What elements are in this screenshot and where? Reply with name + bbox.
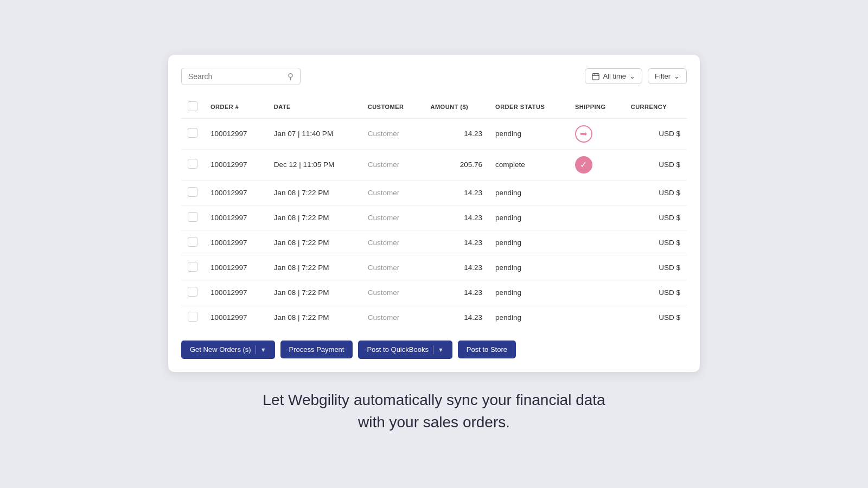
search-icon: ⚲ — [288, 72, 293, 81]
table-row: 100012997Jan 08 | 7:22 PMCustomer14.23pe… — [181, 230, 687, 255]
table-row: 100012997Jan 07 | 11:40 PMCustomer14.23p… — [181, 118, 687, 150]
table-row: 100012997Jan 08 | 7:22 PMCustomer14.23pe… — [181, 280, 687, 305]
row-currency: USD $ — [624, 230, 687, 255]
row-checkbox[interactable] — [188, 128, 197, 138]
row-amount: 14.23 — [424, 205, 489, 230]
get-new-orders-button[interactable]: Get New Orders (s) ▼ — [181, 341, 275, 359]
toolbar-right: All time ⌄ Filter ⌄ — [585, 68, 687, 84]
filter-chevron-icon: ⌄ — [674, 72, 680, 80]
row-date: Jan 08 | 7:22 PM — [267, 205, 361, 230]
row-checkbox[interactable] — [188, 262, 197, 272]
svg-rect-0 — [592, 74, 599, 80]
get-new-orders-dropdown-icon: ▼ — [260, 346, 266, 353]
row-checkbox-cell — [181, 149, 204, 180]
row-order-status: pending — [489, 118, 569, 150]
process-payment-button[interactable]: Process Payment — [280, 341, 353, 358]
row-shipping — [569, 305, 624, 330]
row-shipping: ✓ — [569, 149, 624, 180]
get-new-orders-label: Get New Orders (s) — [190, 345, 251, 354]
table-row: 100012997Jan 08 | 7:22 PMCustomer14.23pe… — [181, 255, 687, 280]
filter-button[interactable]: Filter ⌄ — [648, 68, 687, 84]
search-input[interactable] — [188, 72, 284, 81]
divider — [256, 345, 256, 354]
row-checkbox-cell — [181, 280, 204, 305]
row-checkbox[interactable] — [188, 287, 197, 297]
row-currency: USD $ — [624, 118, 687, 150]
tagline-line1: Let Webgility automatically sync your fi… — [263, 391, 605, 408]
row-checkbox[interactable] — [188, 312, 197, 322]
row-amount: 14.23 — [424, 305, 489, 330]
row-currency: USD $ — [624, 149, 687, 180]
row-order-number: 100012997 — [204, 305, 267, 330]
row-checkbox-cell — [181, 255, 204, 280]
orders-table: ORDER # DATE CUSTOMER AMOUNT ($) ORDER S… — [181, 96, 687, 330]
row-shipping — [569, 180, 624, 205]
row-customer: Customer — [361, 280, 424, 305]
row-order-status: pending — [489, 255, 569, 280]
row-currency: USD $ — [624, 305, 687, 330]
row-shipping — [569, 230, 624, 255]
row-checkbox-cell — [181, 230, 204, 255]
row-customer: Customer — [361, 305, 424, 330]
row-checkbox-cell — [181, 118, 204, 150]
process-payment-label: Process Payment — [289, 345, 344, 354]
divider2 — [433, 345, 433, 354]
shipping-check-icon: ✓ — [575, 156, 592, 174]
main-container: ⚲ All time ⌄ Filter ⌄ — [0, 55, 868, 433]
row-currency: USD $ — [624, 255, 687, 280]
orders-card: ⚲ All time ⌄ Filter ⌄ — [168, 55, 700, 372]
row-amount: 205.76 — [424, 149, 489, 180]
row-shipping — [569, 255, 624, 280]
row-date: Jan 08 | 7:22 PM — [267, 180, 361, 205]
toolbar: ⚲ All time ⌄ Filter ⌄ — [181, 68, 687, 85]
header-shipping: SHIPPING — [569, 96, 624, 118]
row-order-status: pending — [489, 205, 569, 230]
filter-label: Filter — [655, 72, 671, 80]
header-amount: AMOUNT ($) — [424, 96, 489, 118]
post-to-store-button[interactable]: Post to Store — [458, 341, 516, 358]
row-customer: Customer — [361, 180, 424, 205]
row-order-status: complete — [489, 149, 569, 180]
post-to-quickbooks-dropdown-icon: ▼ — [438, 346, 444, 353]
row-amount: 14.23 — [424, 230, 489, 255]
row-order-number: 100012997 — [204, 230, 267, 255]
row-checkbox[interactable] — [188, 212, 197, 222]
row-date: Jan 07 | 11:40 PM — [267, 118, 361, 150]
header-date: DATE — [267, 96, 361, 118]
table-row: 100012997Jan 08 | 7:22 PMCustomer14.23pe… — [181, 305, 687, 330]
header-currency: CURRENCY — [624, 96, 687, 118]
row-order-number: 100012997 — [204, 255, 267, 280]
tagline: Let Webgility automatically sync your fi… — [263, 389, 605, 433]
row-checkbox-cell — [181, 205, 204, 230]
row-checkbox[interactable] — [188, 237, 197, 247]
post-to-quickbooks-button[interactable]: Post to QuickBooks ▼ — [358, 341, 452, 359]
row-order-number: 100012997 — [204, 205, 267, 230]
select-all-checkbox[interactable] — [188, 101, 197, 111]
search-box[interactable]: ⚲ — [181, 68, 301, 85]
row-checkbox[interactable] — [188, 187, 197, 197]
row-amount: 14.23 — [424, 180, 489, 205]
row-customer: Customer — [361, 255, 424, 280]
table-row: 100012997Jan 08 | 7:22 PMCustomer14.23pe… — [181, 180, 687, 205]
row-order-number: 100012997 — [204, 180, 267, 205]
table-row: 100012997Jan 08 | 7:22 PMCustomer14.23pe… — [181, 205, 687, 230]
row-order-number: 100012997 — [204, 118, 267, 150]
row-checkbox[interactable] — [188, 159, 197, 169]
row-order-number: 100012997 — [204, 280, 267, 305]
row-shipping — [569, 205, 624, 230]
row-order-status: pending — [489, 280, 569, 305]
all-time-label: All time — [603, 72, 626, 80]
row-date: Jan 08 | 7:22 PM — [267, 305, 361, 330]
row-checkbox-cell — [181, 305, 204, 330]
tagline-line2: with your sales orders. — [358, 414, 510, 431]
row-order-status: pending — [489, 180, 569, 205]
all-time-button[interactable]: All time ⌄ — [585, 68, 642, 84]
row-customer: Customer — [361, 230, 424, 255]
row-currency: USD $ — [624, 205, 687, 230]
row-shipping: ➡ — [569, 118, 624, 150]
row-order-number: 100012997 — [204, 149, 267, 180]
calendar-icon — [592, 73, 599, 80]
all-time-chevron-icon: ⌄ — [629, 72, 635, 80]
row-customer: Customer — [361, 149, 424, 180]
row-amount: 14.23 — [424, 118, 489, 150]
